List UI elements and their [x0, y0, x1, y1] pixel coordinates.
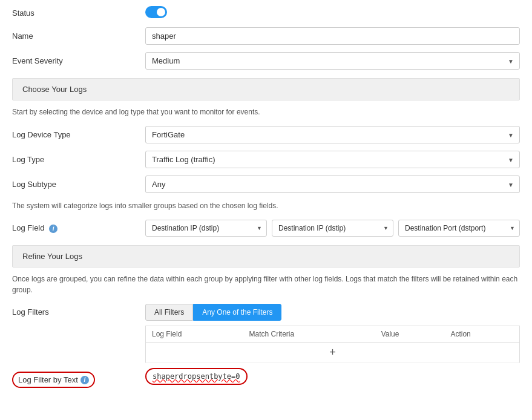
choose-logs-header: Choose Your Logs: [12, 78, 520, 100]
status-toggle[interactable]: [145, 6, 167, 18]
name-input[interactable]: [145, 27, 520, 45]
log-field-row: Log Field i Destination IP (dstip) Sourc…: [12, 220, 520, 237]
log-device-type-label: Log Device Type: [12, 130, 145, 139]
event-severity-select-wrap: Low Medium High Critical: [145, 52, 520, 70]
log-field-label: Log Field i: [12, 223, 145, 233]
filters-table: Log Field Match Criteria Value Action +: [145, 326, 520, 363]
log-filters-controls: All Filters Any One of the Filters Log F…: [145, 304, 520, 363]
event-severity-dropdown[interactable]: Low Medium High Critical: [145, 52, 520, 70]
name-label: Name: [12, 31, 145, 41]
log-field-selects: Destination IP (dstip) Source IP (srcip)…: [145, 220, 520, 237]
log-field-select-3-input[interactable]: Destination IP (dstip) Source IP (srcip)…: [398, 220, 520, 237]
log-filter-by-text-info-icon[interactable]: i: [80, 376, 89, 384]
choose-logs-description: Start by selecting the device and log ty…: [12, 107, 520, 117]
col-log-field: Log Field: [146, 326, 243, 343]
log-type-row: Log Type Traffic Log (traffic) Event Log…: [12, 151, 520, 168]
log-device-type-dropdown[interactable]: FortiGate FortiAnalyzer Syslog: [145, 126, 520, 143]
log-field-description: The system will categorize logs into sma…: [12, 200, 520, 211]
add-filter-row: +: [146, 343, 520, 363]
log-filters-label: Log Filters: [12, 304, 145, 317]
log-type-label: Log Type: [12, 155, 145, 164]
status-label: Status: [12, 8, 145, 18]
log-field-select-2[interactable]: Destination IP (dstip) Source IP (srcip)…: [272, 220, 393, 237]
log-subtype-wrap: Any Forward Local: [145, 176, 520, 193]
log-subtype-dropdown[interactable]: Any Forward Local: [145, 176, 520, 193]
log-filter-by-text-row: Log Filter by Text i shaperdropsentbyte=…: [12, 368, 520, 388]
col-value: Value: [375, 326, 445, 343]
log-subtype-select[interactable]: Any Forward Local: [145, 176, 520, 193]
log-field-info-icon[interactable]: i: [49, 225, 57, 233]
event-severity-row: Event Severity Low Medium High Critical: [12, 52, 520, 70]
filters-table-head: Log Field Match Criteria Value Action: [146, 326, 520, 343]
log-type-dropdown[interactable]: Traffic Log (traffic) Event Log Security…: [145, 151, 520, 168]
log-filter-by-text-value: shaperdropsentbyte=0: [145, 368, 248, 385]
log-device-type-wrap: FortiGate FortiAnalyzer Syslog: [145, 126, 520, 143]
col-match-criteria: Match Criteria: [243, 326, 375, 343]
log-field-select-1[interactable]: Destination IP (dstip) Source IP (srcip)…: [145, 220, 267, 237]
name-input-wrap: [145, 27, 520, 45]
refine-logs-header: Refine Your Logs: [12, 245, 520, 267]
name-row: Name: [12, 27, 520, 45]
log-device-type-select[interactable]: FortiGate FortiAnalyzer Syslog: [145, 126, 520, 143]
add-filter-plus[interactable]: +: [329, 346, 336, 358]
log-filters-row: Log Filters All Filters Any One of the F…: [12, 304, 520, 363]
col-action: Action: [444, 326, 519, 343]
log-type-select[interactable]: Traffic Log (traffic) Event Log Security…: [145, 151, 520, 168]
filters-table-header-row: Log Field Match Criteria Value Action: [146, 326, 520, 343]
log-filter-by-text-label-col: Log Filter by Text i: [12, 368, 145, 388]
log-field-select-2-input[interactable]: Destination IP (dstip) Source IP (srcip)…: [272, 220, 393, 237]
log-filter-by-text-label: Log Filter by Text i: [12, 372, 95, 388]
log-filter-by-text-content: shaperdropsentbyte=0: [145, 368, 520, 385]
log-subtype-row: Log Subtype Any Forward Local: [12, 176, 520, 193]
status-toggle-wrap: [145, 6, 520, 20]
log-field-select-1-input[interactable]: Destination IP (dstip) Source IP (srcip)…: [145, 220, 267, 237]
log-field-select-3[interactable]: Destination IP (dstip) Source IP (srcip)…: [398, 220, 520, 237]
event-severity-label: Event Severity: [12, 56, 145, 65]
log-subtype-label: Log Subtype: [12, 180, 145, 189]
log-type-wrap: Traffic Log (traffic) Event Log Security…: [145, 151, 520, 168]
log-device-type-row: Log Device Type FortiGate FortiAnalyzer …: [12, 126, 520, 143]
status-row: Status: [12, 6, 520, 20]
event-severity-select[interactable]: Low Medium High Critical: [145, 52, 520, 70]
main-form: Status Name Event Severity Low Medium Hi…: [0, 0, 532, 394]
toggle-slider[interactable]: [145, 6, 167, 18]
all-filters-btn[interactable]: All Filters: [145, 304, 193, 321]
filters-table-body: +: [146, 343, 520, 363]
filter-buttons-group: All Filters Any One of the Filters: [145, 304, 520, 321]
any-one-filters-btn[interactable]: Any One of the Filters: [193, 304, 281, 321]
refine-logs-description: Once logs are grouped, you can refine th…: [12, 274, 520, 295]
add-filter-cell: +: [146, 343, 520, 363]
